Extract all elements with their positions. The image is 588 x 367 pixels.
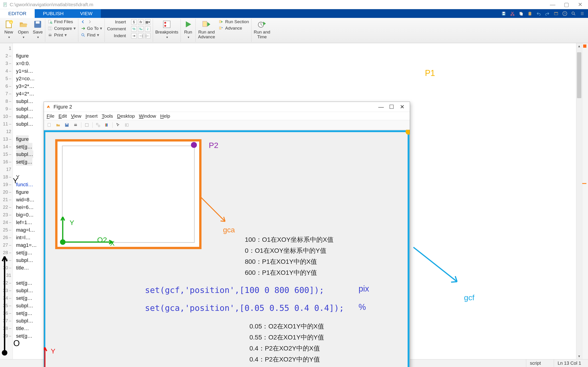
run-and-advance-button[interactable]: Run and Advance: [198, 19, 215, 40]
figure-canvas: gca P2 Y O2 X 100：O1在XOY坐标系中的X值 0：O1在XOY…: [44, 130, 410, 367]
indent-dec-icon[interactable]: |←: [145, 33, 150, 39]
tab-view[interactable]: VIEW: [72, 9, 101, 18]
undo-icon[interactable]: [535, 10, 542, 17]
breakpoints-button[interactable]: Breakpoints: [155, 19, 178, 40]
colorbar-icon[interactable]: [104, 122, 110, 128]
comment-icon[interactable]: %: [131, 26, 137, 32]
run-section-button[interactable]: Run Section: [219, 19, 249, 24]
desc-055: 0.55：O2在XO1Y中的Y值: [250, 333, 324, 342]
figure-menubar: FileEditViewInsertToolsDesktopWindowHelp: [44, 112, 410, 120]
figure-menu-file[interactable]: File: [47, 113, 54, 119]
link-axes-icon[interactable]: [95, 122, 101, 128]
svg-rect-43: [105, 123, 106, 126]
label-p2: P2: [209, 141, 218, 150]
svg-rect-38: [74, 124, 77, 126]
goto-button[interactable]: Go To ▾: [81, 26, 102, 31]
edit-plot-icon[interactable]: [84, 122, 90, 128]
code-analyzer-icon[interactable]: [583, 44, 586, 48]
gcf-callout-icon: [411, 245, 476, 295]
vertical-scrollbar[interactable]: ▲ ▼: [576, 43, 582, 359]
figure-menu-tools[interactable]: Tools: [102, 113, 113, 119]
editor-area: 12–3–4–5–6–7–8–9–10–11–1213–14–15–16–171…: [0, 43, 588, 359]
windows-icon[interactable]: [553, 10, 560, 17]
open-figure-icon[interactable]: [55, 122, 61, 128]
uncomment-icon[interactable]: ‰: [138, 26, 144, 32]
run-button[interactable]: Run: [183, 19, 193, 40]
tab-publish[interactable]: PUBLISH: [35, 9, 72, 18]
paste-icon[interactable]: [527, 10, 533, 17]
figure-close-button[interactable]: ✕: [397, 104, 407, 110]
close-button[interactable]: ✕: [576, 0, 584, 9]
redo-icon[interactable]: [544, 10, 551, 17]
warning-mark[interactable]: [582, 183, 586, 184]
back-icon[interactable]: [81, 19, 86, 24]
indent-inc-icon[interactable]: →|: [138, 33, 144, 39]
figure-menu-view[interactable]: View: [71, 113, 81, 119]
figure-window[interactable]: Figure 2 — ☐ ✕ FileEditViewInsertToolsDe…: [44, 102, 410, 367]
scroll-thumb[interactable]: [577, 52, 581, 98]
indent-auto-icon[interactable]: ⇥: [131, 33, 137, 39]
help-icon[interactable]: ?: [561, 10, 568, 17]
figure-minimize-button[interactable]: —: [376, 104, 386, 110]
indent-row[interactable]: Indent ⇥ →| |←: [114, 33, 150, 39]
figure-menu-edit[interactable]: Edit: [59, 113, 67, 119]
label-y-o1: Y: [51, 347, 55, 355]
svg-rect-25: [49, 33, 51, 35]
wrap-comment-icon[interactable]: ⤸: [145, 26, 150, 32]
svg-rect-11: [554, 12, 558, 13]
figure-menu-help[interactable]: Help: [160, 113, 170, 119]
matlab-icon: [46, 104, 51, 109]
figure-maximize-button[interactable]: ☐: [386, 104, 397, 110]
label-pct: %: [359, 302, 366, 312]
forward-icon[interactable]: [87, 19, 92, 24]
new-figure-icon[interactable]: [46, 122, 52, 128]
maximize-button[interactable]: ▢: [562, 0, 571, 9]
svg-rect-26: [49, 35, 51, 36]
figure-menu-desktop[interactable]: Desktop: [117, 113, 135, 119]
print-figure-icon[interactable]: [72, 122, 79, 128]
find-button[interactable]: Find ▾: [81, 32, 102, 38]
label-o2: O2: [97, 236, 107, 244]
cut-icon[interactable]: [509, 10, 516, 17]
code-set-gca: set(gca,'position',[0.05 0.55 0.4 0.4]);: [145, 303, 344, 313]
toolstrip-tabs: EDITOR PUBLISH VIEW ?: [0, 9, 588, 18]
advance-button[interactable]: Advance: [219, 26, 249, 31]
screen-y-axis-icon: [0, 247, 46, 357]
print-button[interactable]: Print ▾: [48, 32, 76, 38]
open-button[interactable]: Open: [18, 19, 28, 40]
insert-fx-icon[interactable]: fx: [138, 19, 144, 25]
label-p1: P1: [425, 68, 435, 78]
figure-menu-window[interactable]: Window: [139, 113, 156, 119]
save-icon[interactable]: [500, 10, 507, 17]
figure-titlebar[interactable]: Figure 2 — ☐ ✕: [44, 102, 410, 112]
status-position: Ln 13 Col 1: [554, 359, 585, 367]
search-icon[interactable]: [570, 10, 577, 17]
desc-005: 0.05：O2在XO1Y中的X值: [250, 322, 324, 331]
save-button[interactable]: Save: [33, 19, 43, 40]
nav-arrows[interactable]: [81, 19, 102, 24]
find-files-button[interactable]: Find Files: [48, 19, 76, 24]
tab-editor[interactable]: EDITOR: [0, 9, 35, 18]
insert-section-icon[interactable]: §: [131, 19, 137, 25]
insert-more-icon[interactable]: ▦▾: [145, 19, 150, 25]
svg-point-48: [406, 130, 410, 135]
comment-row[interactable]: Comment % ‰ ⤸: [107, 26, 150, 32]
scroll-down-icon[interactable]: ▼: [576, 353, 582, 359]
svg-text:+: +: [10, 20, 12, 25]
figure-menu-insert[interactable]: Insert: [86, 113, 98, 119]
new-button[interactable]: +New: [4, 19, 14, 40]
quick-access-toolbar: ?: [498, 9, 588, 18]
compare-button[interactable]: Compare ▾: [48, 26, 76, 31]
legend-icon[interactable]: [124, 122, 130, 128]
label-x-o2: X: [110, 240, 115, 247]
dropdown-icon[interactable]: [579, 10, 586, 17]
insert-row[interactable]: Insert § fx ▦▾: [115, 19, 150, 25]
minimize-button[interactable]: —: [548, 0, 557, 9]
pointer-icon[interactable]: [115, 122, 121, 128]
svg-rect-35: [48, 123, 50, 126]
save-figure-icon[interactable]: [64, 122, 70, 128]
copy-icon[interactable]: [518, 10, 525, 17]
run-and-time-button[interactable]: Run and Time: [254, 19, 270, 40]
desc-600: 600：P1在XO1Y中的Y值: [245, 268, 317, 277]
scroll-up-icon[interactable]: ▲: [576, 43, 582, 49]
